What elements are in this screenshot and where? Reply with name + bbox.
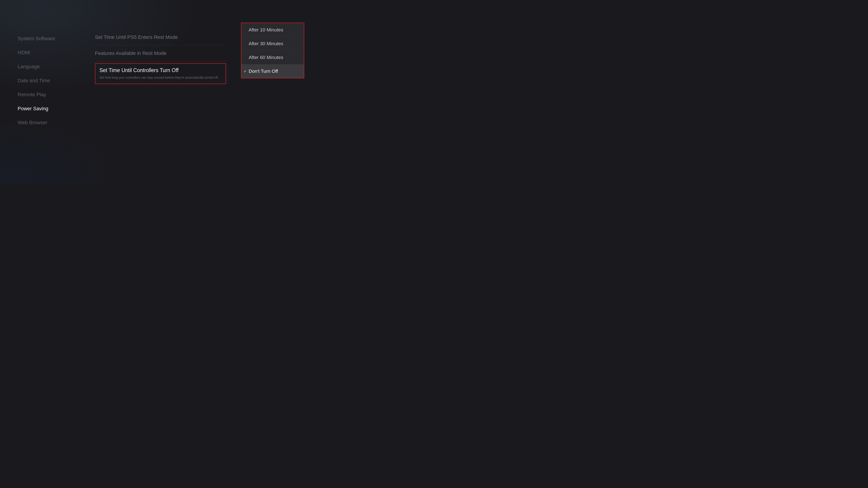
menu-item-rest-mode[interactable]: Set Time Until PS5 Enters Rest Mode: [95, 29, 226, 45]
sidebar-item-hdmi[interactable]: HDMI: [18, 46, 76, 60]
sidebar-item-remote-play[interactable]: Remote Play: [18, 88, 76, 102]
sidebar-item-power-saving[interactable]: Power Saving: [18, 102, 76, 116]
sidebar-item-web-browser[interactable]: Web Browser: [18, 116, 76, 130]
dropdown-item-label-60-minutes: After 60 Minutes: [249, 55, 283, 60]
dropdown-item-60-minutes[interactable]: After 60 Minutes: [241, 51, 304, 64]
dropdown-item-30-minutes[interactable]: After 30 Minutes: [241, 37, 304, 51]
menu-item-rest-mode-features[interactable]: Features Available in Rest Mode: [95, 45, 226, 61]
dropdown-item-10-minutes[interactable]: After 10 Minutes: [241, 23, 304, 37]
dropdown-menu: After 10 MinutesAfter 30 MinutesAfter 60…: [241, 23, 304, 78]
dropdown-item-dont-turn-off[interactable]: ✓Don't Turn Off: [241, 64, 304, 78]
sidebar-item-system-software[interactable]: System Software: [18, 32, 76, 46]
menu-item-desc-controllers-turn-off: Set how long your controllers can stay u…: [99, 75, 221, 80]
menu-item-controllers-turn-off[interactable]: Set Time Until Controllers Turn OffSet h…: [95, 63, 226, 84]
dropdown-item-label-30-minutes: After 30 Minutes: [249, 41, 283, 46]
menu-item-title-rest-mode-features: Features Available in Rest Mode: [95, 51, 226, 56]
main-content: Set Time Until PS5 Enters Rest ModeFeatu…: [95, 29, 226, 86]
menu-item-title-rest-mode: Set Time Until PS5 Enters Rest Mode: [95, 34, 226, 40]
menu-item-title-controllers-turn-off: Set Time Until Controllers Turn Off: [99, 67, 221, 73]
dropdown-item-label-10-minutes: After 10 Minutes: [249, 27, 283, 32]
sidebar-item-date-and-time[interactable]: Date and Time: [18, 74, 76, 88]
sidebar-item-language[interactable]: Language: [18, 60, 76, 74]
checkmark-icon: ✓: [244, 69, 247, 73]
dropdown-item-label-dont-turn-off: Don't Turn Off: [249, 68, 278, 74]
sidebar: System SoftwareHDMILanguageDate and Time…: [18, 32, 76, 130]
